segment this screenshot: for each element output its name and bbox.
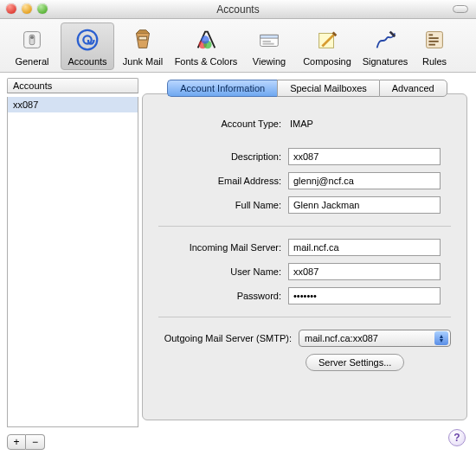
- list-buttons: + −: [7, 434, 138, 450]
- list-item[interactable]: xx087: [8, 97, 138, 112]
- minimize-icon[interactable]: [22, 3, 32, 14]
- toolbar-label: Junk Mail: [123, 56, 163, 67]
- svg-point-2: [30, 35, 34, 39]
- close-icon[interactable]: [6, 3, 16, 14]
- email-label: Email Address:: [158, 176, 288, 186]
- incoming-label: Incoming Mail Server:: [158, 242, 288, 253]
- rules-icon: [420, 25, 449, 54]
- fullname-label: Full Name:: [158, 200, 288, 210]
- toolbar-accounts[interactable]: Accounts: [61, 22, 114, 70]
- smtp-label: Outgoing Mail Server (SMTP):: [158, 333, 299, 343]
- toolbar-rules[interactable]: Rules: [414, 22, 455, 70]
- fonts-icon: [191, 25, 221, 54]
- toolbar: General Accounts Junk Mail Fonts & Color…: [0, 19, 476, 73]
- toolbar-label: Signatures: [363, 56, 408, 67]
- password-label: Password:: [158, 291, 288, 301]
- titlebar: Accounts: [0, 0, 476, 19]
- svg-rect-10: [261, 35, 279, 38]
- svg-rect-5: [138, 36, 146, 40]
- sidebar: Accounts xx087 + −: [0, 73, 138, 455]
- toolbar-signatures[interactable]: Signatures: [358, 22, 412, 70]
- toolbar-label: Viewing: [253, 56, 286, 67]
- account-type-value: IMAP: [288, 119, 313, 129]
- email-input[interactable]: [288, 172, 441, 189]
- window-title: Accounts: [216, 3, 259, 16]
- window-controls: [6, 3, 48, 14]
- add-account-button[interactable]: +: [7, 434, 26, 450]
- dropdown-arrows-icon: ▲▼: [434, 331, 448, 345]
- smtp-select[interactable]: mail.ncf.ca:xx087 ▲▼: [299, 330, 451, 347]
- svg-rect-16: [428, 37, 438, 39]
- smtp-value: mail.ncf.ca:xx087: [305, 333, 378, 343]
- toolbar-fonts[interactable]: Fonts & Colors: [171, 22, 241, 70]
- fullname-input[interactable]: [288, 196, 441, 214]
- zoom-icon[interactable]: [37, 3, 48, 14]
- signature-icon: [370, 25, 400, 54]
- account-type-label: Account Type:: [158, 119, 288, 129]
- server-settings-button[interactable]: Server Settings...: [306, 354, 404, 371]
- help-button[interactable]: ?: [448, 429, 466, 446]
- viewing-icon: [254, 25, 284, 54]
- toolbar-label: Composing: [303, 56, 351, 67]
- description-input[interactable]: [288, 148, 441, 165]
- accounts-list[interactable]: xx087: [7, 97, 138, 427]
- tab-special-mailbox[interactable]: Special Mailboxes: [277, 80, 379, 97]
- toolbar-label: Rules: [422, 56, 447, 67]
- svg-rect-15: [428, 34, 433, 35]
- toolbar-label: Fonts & Colors: [175, 56, 238, 67]
- toolbar-junk[interactable]: Junk Mail: [116, 22, 170, 70]
- svg-rect-17: [428, 41, 438, 42]
- description-label: Description:: [158, 151, 288, 162]
- toolbar-viewing[interactable]: Viewing: [242, 22, 296, 70]
- compose-icon: [312, 25, 342, 54]
- toolbar-general[interactable]: General: [5, 22, 59, 70]
- switch-icon: [17, 25, 47, 54]
- username-input[interactable]: [288, 263, 441, 280]
- toolbar-label: General: [15, 56, 48, 67]
- username-label: User Name:: [158, 266, 288, 277]
- tab-account-info[interactable]: Account Information: [167, 80, 277, 97]
- incoming-server-input[interactable]: [288, 239, 441, 256]
- password-input[interactable]: [288, 287, 441, 304]
- accounts-header[interactable]: Accounts: [7, 78, 138, 93]
- svg-rect-18: [428, 44, 435, 46]
- settings-panel: Account Type: IMAP Description: Email Ad…: [142, 93, 467, 420]
- toolbar-label: Accounts: [68, 56, 106, 67]
- detail-area: Account Information Special Mailboxes Ad…: [138, 73, 476, 455]
- svg-rect-11: [263, 41, 271, 42]
- svg-point-8: [201, 35, 209, 43]
- toolbar-composing[interactable]: Composing: [298, 22, 357, 70]
- toolbar-toggle-icon[interactable]: [453, 5, 468, 13]
- remove-account-button[interactable]: −: [26, 434, 45, 450]
- tab-bar: Account Information Special Mailboxes Ad…: [138, 80, 476, 97]
- content-area: Accounts xx087 + − Account Information S…: [0, 73, 476, 455]
- at-icon: [73, 25, 102, 54]
- tab-advanced[interactable]: Advanced: [379, 80, 447, 97]
- junk-icon: [128, 25, 158, 54]
- svg-rect-12: [263, 43, 274, 45]
